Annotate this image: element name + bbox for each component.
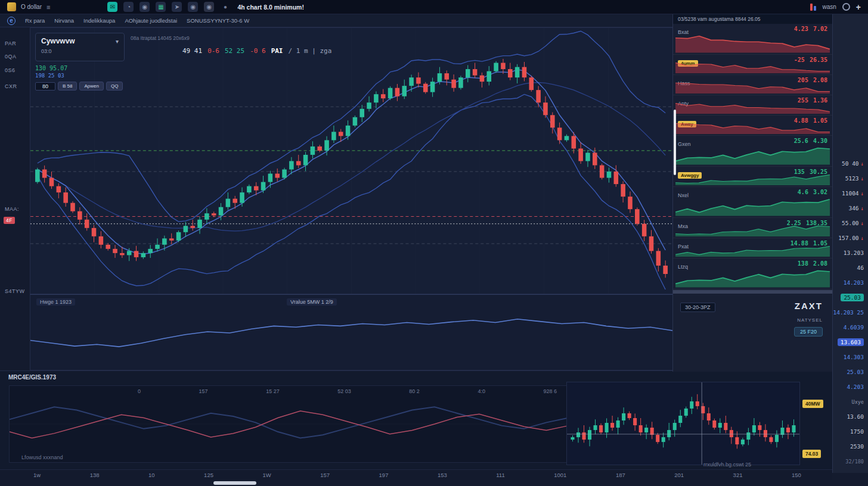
price-level[interactable]: 25.03 bbox=[833, 364, 868, 379]
broker-logo[interactable]: e bbox=[7, 17, 16, 25]
globe-icon[interactable]: ◉ bbox=[140, 2, 150, 12]
ohlc-segment: / 1 m | zga bbox=[289, 47, 332, 55]
symbol-selector[interactable]: Cywvwvw ▾ 03:0 bbox=[35, 33, 125, 61]
time-tick: 1001 bbox=[554, 472, 566, 478]
watchlist-row[interactable]: Pxat14.881.05 bbox=[673, 238, 832, 258]
mini-chart-canvas[interactable] bbox=[567, 382, 799, 465]
symbol-name: Cywvwvw bbox=[41, 37, 75, 45]
sidebar-scrollbar[interactable] bbox=[674, 110, 676, 175]
ask-price: 198 25 03 bbox=[35, 73, 137, 79]
time-tick: 187 bbox=[616, 472, 625, 478]
down-arrow-icon: ↓ bbox=[861, 161, 864, 167]
down-arrow-icon: ↓ bbox=[861, 235, 864, 241]
watchlist-row[interactable]: Avwggy13530.25 bbox=[673, 167, 832, 187]
watchlist-row[interactable]: Ltzq1382.08 bbox=[673, 258, 832, 289]
refresh-icon[interactable] bbox=[842, 3, 850, 11]
pin-icon[interactable]: ● bbox=[220, 2, 230, 12]
bottom-indicator-section: MRC4E/GIS.1973 015715 2752 0380 24:0928 … bbox=[0, 370, 832, 469]
price-level[interactable]: 14.203 25 bbox=[833, 305, 868, 320]
axis-label: MAA: bbox=[5, 206, 19, 212]
price-level[interactable]: 50 40↓ bbox=[833, 156, 868, 171]
price-level[interactable]: 346↓ bbox=[833, 201, 868, 216]
price-level[interactable]: 13.60 bbox=[833, 409, 868, 424]
watchlist-row[interactable]: Mxa2.25138.35 bbox=[673, 218, 832, 238]
down-arrow-icon: ↓ bbox=[861, 205, 864, 211]
trade-widget: 130 95.07 198 25 03 80 B 58ApwenQQ bbox=[35, 65, 137, 91]
chat-icon[interactable]: ✉ bbox=[107, 2, 117, 12]
toolbar-tab[interactable]: Nirvana bbox=[54, 17, 74, 24]
chart-mode-title: 4h chart 8.0 minimum! bbox=[237, 4, 303, 11]
bid-price: 130 95.07 bbox=[35, 65, 137, 71]
quote-values: 25.64.30 bbox=[794, 138, 827, 144]
oscillator-canvas[interactable] bbox=[10, 386, 569, 462]
send-icon[interactable]: ➤ bbox=[172, 2, 182, 12]
price-level[interactable]: 55.00↓ bbox=[833, 216, 868, 230]
price-level[interactable]: 14.203 bbox=[833, 275, 868, 290]
filter-icon[interactable]: ≡ bbox=[46, 4, 50, 11]
price-tag: 4F bbox=[4, 217, 15, 224]
indicator-canvas[interactable] bbox=[30, 295, 672, 370]
watchlist-header: 03/5238 vam augustama 8844 26.05 bbox=[673, 14, 832, 24]
price-level[interactable]: 13.203 bbox=[833, 245, 868, 260]
watchlist-row[interactable]: Nxel4.63.02 bbox=[673, 187, 832, 218]
oscillator-tick: 0 bbox=[138, 388, 141, 394]
price-level[interactable]: 2530 bbox=[833, 439, 868, 454]
mini-chart-panel bbox=[566, 382, 800, 465]
toolbar-tab[interactable]: AOhjaute juodledstai bbox=[125, 17, 177, 24]
toolbar-tabs: Rx paraNirvanaIndelikkaupaAOhjaute juodl… bbox=[25, 17, 249, 24]
price-level[interactable]: 13.603 bbox=[833, 335, 868, 350]
oscillator-panel: 015715 2752 0380 24:0928 6 Lfowusd xxxna… bbox=[9, 385, 569, 463]
trading-platform: O dollar ≡ ✉◔◉▦➤◉◉● 4h chart 8.0 minimum… bbox=[0, 0, 868, 486]
ohlc-segment: -0 6 bbox=[250, 47, 266, 55]
price-level[interactable]: 25.03 bbox=[833, 290, 868, 305]
price-level[interactable]: 5123↓ bbox=[833, 171, 868, 186]
globe3-icon[interactable]: ◉ bbox=[204, 2, 214, 12]
price-level[interactable]: 1750 bbox=[833, 424, 868, 439]
mini-chart-note: rrxuldfvh.bg.cswt 25 bbox=[703, 462, 751, 468]
watchlist-row[interactable]: 4umm-2526.35 bbox=[673, 55, 832, 75]
mini-sparkline bbox=[675, 34, 830, 53]
price-level[interactable]: 4.203 bbox=[833, 379, 868, 394]
footer-chip[interactable]: 25 F20 bbox=[794, 327, 823, 337]
price-level[interactable]: 32/180 bbox=[833, 454, 868, 469]
price-level[interactable]: 11004↓ bbox=[833, 186, 868, 201]
oscillator-tick: 4:0 bbox=[478, 388, 485, 394]
watchlist-row[interactable]: Bxat4.237.02 bbox=[673, 24, 832, 55]
quantity-field[interactable]: 80 bbox=[35, 82, 55, 91]
oscillator-note: Lfowusd xxxnand bbox=[21, 454, 63, 460]
price-level[interactable]: 157.00↓ bbox=[833, 230, 868, 245]
trade-button[interactable]: B 58 bbox=[58, 82, 77, 91]
trade-button[interactable]: QQ bbox=[106, 82, 123, 91]
add-button[interactable]: + bbox=[856, 2, 861, 12]
price-level[interactable]: 4.6039 bbox=[833, 320, 868, 335]
watchlist-row[interactable]: Anty2551.36 bbox=[673, 95, 832, 116]
toolbar-tab[interactable]: Rx para bbox=[25, 17, 45, 24]
axis-label: S4TYW bbox=[5, 288, 25, 294]
trade-button[interactable]: Apwen bbox=[79, 82, 103, 91]
ohlc-segment: 49 41 bbox=[182, 47, 202, 55]
price-level[interactable]: Uxye bbox=[833, 394, 868, 409]
bell-icon[interactable]: ◔ bbox=[123, 2, 134, 12]
toolbar: e Rx paraNirvanaIndelikkaupaAOhjaute juo… bbox=[0, 14, 672, 27]
hscrollbar-thumb[interactable] bbox=[213, 481, 256, 485]
app-logo-icon[interactable] bbox=[7, 2, 16, 11]
quote-values: 13530.25 bbox=[794, 169, 827, 175]
globe2-icon[interactable]: ◉ bbox=[188, 2, 198, 12]
watchlist-row[interactable]: Hass2052.08 bbox=[673, 75, 832, 95]
time-tick: 10 bbox=[148, 472, 155, 478]
price-level[interactable]: 46 bbox=[833, 260, 868, 275]
chart-hscrollbar[interactable] bbox=[0, 480, 868, 486]
symbol-timeframe: 03:0 bbox=[41, 48, 119, 54]
oscillator-x-labels: 015715 2752 0380 24:0928 6 bbox=[10, 388, 569, 394]
toolbar-tab[interactable]: Indelikkaupa bbox=[83, 17, 115, 24]
chevron-down-icon[interactable]: ▾ bbox=[116, 38, 119, 45]
time-tick: 1w bbox=[33, 472, 41, 478]
price-level[interactable]: 14.303 bbox=[833, 350, 868, 364]
time-tick: 1W bbox=[262, 472, 271, 478]
chart-icon[interactable]: ▦ bbox=[156, 2, 166, 12]
toolbar-tab[interactable]: SONUSSYYNYT-30-6 W bbox=[187, 17, 249, 24]
watchlist-row[interactable]: Away4.881.05 bbox=[673, 116, 832, 136]
oscillator-tick: 52 03 bbox=[337, 388, 351, 394]
watchlist-row[interactable]: Gxen25.64.30 bbox=[673, 136, 832, 167]
bars-icon[interactable] bbox=[810, 4, 816, 11]
